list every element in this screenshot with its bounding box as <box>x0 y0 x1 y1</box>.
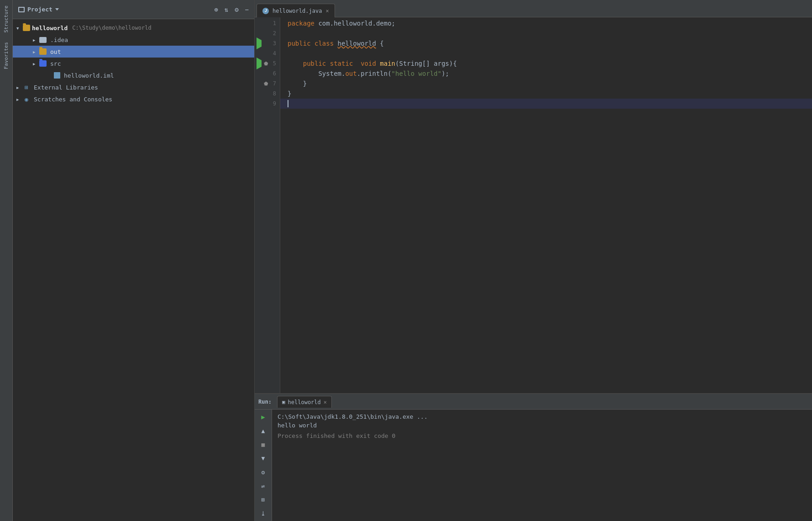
root-path: C:\Study\demo\helloworld <box>72 25 151 31</box>
tree-item-src[interactable]: src <box>13 58 254 69</box>
src-folder-icon <box>39 60 47 67</box>
java-file-icon: J <box>262 8 269 14</box>
project-icon <box>18 7 25 12</box>
tab-close-icon[interactable]: × <box>325 8 329 14</box>
tree-item-scratches[interactable]: ◉ Scratches and Consoles <box>13 93 254 105</box>
sort-icon[interactable]: ⇅ <box>225 6 228 13</box>
code-content[interactable]: package com.helloworld.demo; public clas… <box>280 17 812 393</box>
editor-tab-helloworld[interactable]: J helloworld.java × <box>257 4 335 17</box>
run-label: Run: <box>258 399 272 405</box>
run-tab-helloworld[interactable]: ▣ helloworld × <box>277 396 332 408</box>
idea-folder-icon <box>39 37 47 43</box>
out-label: out <box>50 48 61 55</box>
run-tab-close-icon[interactable]: × <box>324 399 327 405</box>
gutter-line-7: ⬟ 7 <box>255 79 280 89</box>
root-label: helloworld <box>32 25 68 32</box>
project-panel-header: Project ⊕ ⇅ ⚙ − <box>13 0 254 19</box>
project-tree: helloworld C:\Study\demo\helloworld .ide… <box>13 19 254 521</box>
run-grid-button[interactable]: ⊞ <box>258 495 268 505</box>
code-line-2 <box>280 28 812 38</box>
extlibs-arrow-icon <box>16 85 21 90</box>
panel-title[interactable]: Project <box>18 6 59 13</box>
code-line-1: package com.helloworld.demo; <box>280 18 812 28</box>
iml-label: helloworld.iml <box>64 72 114 79</box>
gutter-line-8: 8 <box>255 89 280 99</box>
arrow-icon <box>16 26 21 31</box>
library-icon: ⊞ <box>23 84 30 91</box>
settings-icon[interactable]: ⚙ <box>235 6 238 13</box>
tree-item-iml[interactable]: helloworld.iml <box>13 69 254 81</box>
favorites-tab[interactable]: Favorites <box>1 38 11 73</box>
structure-tab[interactable]: Structure <box>1 2 11 37</box>
scratches-arrow-icon <box>16 97 21 102</box>
out-arrow-icon <box>33 49 37 54</box>
code-line-8: } <box>280 89 812 99</box>
root-folder-icon <box>23 25 30 31</box>
extlibs-label: External Libraries <box>34 84 98 91</box>
tree-item-out[interactable]: out <box>13 46 254 58</box>
run-panel-sidebar: ▶ ▲ ■ ▼ ⚙ ⇌ ⊞ ⤓ <box>255 410 272 521</box>
gutter-line-4: 4 <box>255 48 280 58</box>
editor-area: J helloworld.java × 1 2 3 <box>255 0 812 521</box>
run-command-line: C:\Soft\Java\jdk1.8.0_251\bin\java.exe .… <box>278 413 807 420</box>
run-button-line3[interactable] <box>257 40 263 47</box>
bookmark-icon-2: ⬟ <box>264 81 268 87</box>
out-folder-icon <box>39 48 47 55</box>
left-tabs: Structure Favorites <box>0 0 13 521</box>
run-play-button[interactable]: ▶ <box>258 412 268 421</box>
idea-label: .idea <box>50 37 68 43</box>
project-panel: Project ⊕ ⇅ ⚙ − helloworld C:\Study\demo… <box>13 0 255 521</box>
run-button-line5[interactable] <box>257 60 263 67</box>
text-cursor <box>288 100 288 107</box>
panel-toolbar: ⊕ ⇅ ⚙ − <box>214 6 249 13</box>
gutter-line-9: 9 <box>255 99 280 109</box>
gutter-line-6: 6 <box>255 68 280 79</box>
editor-tabs: J helloworld.java × <box>255 0 812 17</box>
src-label: src <box>50 60 61 67</box>
run-output: C:\Soft\Java\jdk1.8.0_251\bin\java.exe .… <box>272 410 812 521</box>
tree-item-idea[interactable]: .idea <box>13 34 254 46</box>
gutter-line-1: 1 <box>255 18 280 28</box>
tab-label: helloworld.java <box>272 8 322 14</box>
code-line-3: public class helloworld { <box>280 38 812 48</box>
run-panel: Run: ▣ helloworld × ▶ ▲ ■ ▼ ⚙ <box>255 393 812 521</box>
gutter-line-3: 3 <box>255 38 280 48</box>
run-arrow-icon-2 <box>257 58 262 69</box>
run-output-exit: Process finished with exit code 0 <box>278 432 807 439</box>
code-line-7: } <box>280 79 812 89</box>
panel-title-label: Project <box>27 6 52 13</box>
scratches-label: Scratches and Consoles <box>34 96 112 103</box>
run-output-line1: hello world <box>278 422 807 429</box>
gutter-line-2: 2 <box>255 28 280 38</box>
src-arrow-icon <box>33 61 37 66</box>
tree-root[interactable]: helloworld C:\Study\demo\helloworld <box>13 22 254 34</box>
iml-file-icon <box>54 72 60 79</box>
line-number-gutter: 1 2 3 4 ⬟ 5 <box>255 17 280 393</box>
idea-arrow-icon <box>33 37 37 42</box>
run-tab-label: helloworld <box>288 399 321 405</box>
tree-item-external-libs[interactable]: ⊞ External Libraries <box>13 81 254 93</box>
run-panel-content: ▶ ▲ ■ ▼ ⚙ ⇌ ⊞ ⤓ C:\Soft\Java\jdk1.8.0_25… <box>255 410 812 521</box>
run-stop-button[interactable]: ■ <box>258 440 268 449</box>
run-down2-button[interactable]: ⤓ <box>258 509 268 518</box>
run-wrap-button[interactable]: ⇌ <box>258 481 268 490</box>
run-tab-icon: ▣ <box>282 399 285 405</box>
bookmark-icon: ⬟ <box>264 61 268 67</box>
gutter-line-5: ⬟ 5 <box>255 58 280 68</box>
code-line-4 <box>280 48 812 58</box>
scratches-icon: ◉ <box>23 96 30 103</box>
run-up-button[interactable]: ▲ <box>258 426 268 435</box>
run-down-button[interactable]: ▼ <box>258 454 268 463</box>
chevron-down-icon[interactable] <box>55 8 59 11</box>
run-panel-tabs: Run: ▣ helloworld × <box>255 394 812 410</box>
code-line-5: public static void main(String[] args){ <box>280 58 812 68</box>
minimize-icon[interactable]: − <box>245 6 249 13</box>
code-editor[interactable]: 1 2 3 4 ⬟ 5 <box>255 17 812 393</box>
run-gear-button[interactable]: ⚙ <box>258 468 268 477</box>
run-arrow-icon <box>257 37 262 49</box>
globe-icon[interactable]: ⊕ <box>214 6 218 13</box>
code-line-6: System.out.println("hello world"); <box>280 68 812 79</box>
code-line-9 <box>280 99 812 109</box>
